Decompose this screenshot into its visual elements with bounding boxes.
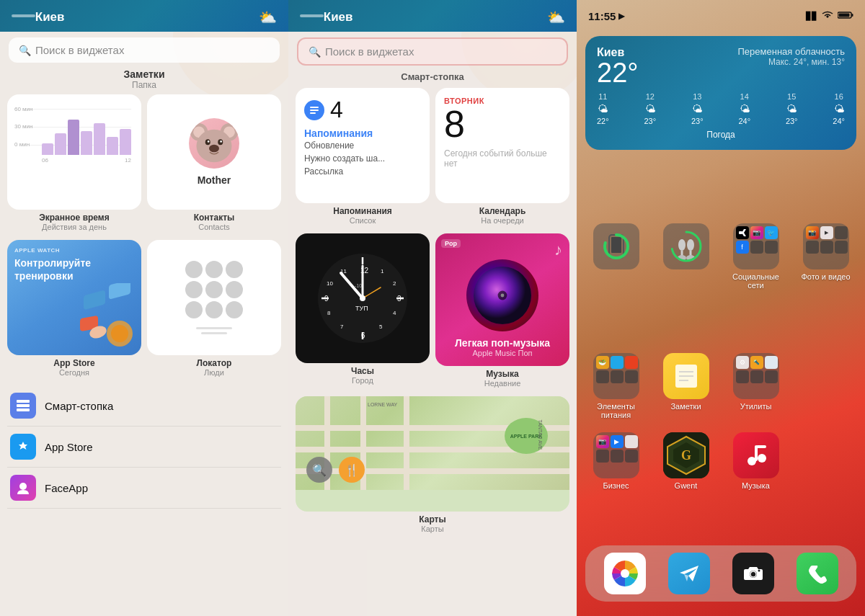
wifi-icon [822, 9, 833, 22]
svg-point-77 [621, 569, 629, 578]
svg-rect-18 [17, 409, 30, 411]
business-label: Бизнес [603, 481, 629, 490]
screentime-widget[interactable]: 60 мин 30 мин 0 мин [7, 94, 141, 234]
music-app-label: Музыка [742, 481, 770, 490]
search-icon-1: 🔍 [19, 45, 31, 56]
svg-text:4: 4 [393, 310, 396, 316]
app-item-notes[interactable]: Заметки [655, 353, 717, 419]
app-grid-row2: 🥗 Элементы питания Замет [585, 353, 856, 419]
widgets-grid-1: 60 мин 30 мин 0 мин [0, 94, 288, 380]
widget-list: Смарт-стопка App Store FaceApp [0, 385, 288, 509]
maps-widget[interactable]: APPLE PARK TANTAU AVE LORNE WAY 🔍 🍴 [296, 396, 569, 512]
app-item-business[interactable]: 📷 ▶ Бизнес [585, 432, 647, 490]
panel-3: 11:55 ▶ ▊▊ Ки [577, 0, 865, 616]
music-app-icon [733, 432, 779, 478]
app-item-food[interactable]: 🥗 Элементы питания [585, 353, 647, 419]
svg-text:ТУП: ТУП [355, 305, 368, 312]
location-icon: ▶ [618, 12, 624, 21]
rings-icon-2 [663, 223, 709, 269]
search-bar-2[interactable]: 🔍 Поиск в виджетах [297, 37, 568, 66]
map-background: APPLE PARK TANTAU AVE LORNE WAY 🔍 🍴 [296, 396, 569, 490]
appstore-widget[interactable]: APPLE WATCH Контролируйте тренировки [7, 240, 141, 380]
section-title-1: Заметки Папка [0, 68, 288, 90]
calendar-widget[interactable]: ВТОРНИК 8 Сегодня событий больше нет Кал… [435, 88, 569, 228]
signal-icon: ▊▊ [806, 12, 817, 21]
widget-gallery-1: Киев ⛅ 🔍 Поиск в виджетах Заметки Папка [0, 0, 288, 616]
app-item-rings1[interactable] [585, 223, 647, 290]
app-item-music[interactable]: Музыка [725, 432, 786, 490]
locator-widget[interactable]: Локатор Люди [147, 240, 281, 380]
chart-line-top [29, 109, 131, 110]
svg-text:2: 2 [393, 280, 396, 287]
appstore-list-label: App Store [45, 441, 93, 453]
smartstack-label: Смарт-стопка [45, 400, 113, 412]
status-icons: ▊▊ [806, 9, 853, 22]
svg-text:10: 10 [327, 280, 333, 287]
home-weather-widget[interactable]: Киев 22° Переменная облачность Макс. 24°… [585, 36, 856, 150]
svg-rect-16 [17, 400, 30, 403]
app-item-utilities[interactable]: ⚙ 🔦 Утилиты [725, 353, 786, 419]
svg-rect-53 [611, 237, 621, 253]
gallery-header-2: Киев ⛅ [288, 0, 577, 32]
svg-rect-21 [310, 110, 319, 111]
empty-slot-2 [795, 432, 856, 490]
phone-icon [797, 553, 838, 594]
reminders-widget[interactable]: 4 Напоминания Обновление Нужно создать ш… [296, 88, 430, 228]
app-item-photo-video[interactable]: 📸 ▶ Фото и видео [795, 223, 856, 290]
svg-point-48 [501, 294, 505, 298]
search-icon-2: 🔍 [309, 46, 321, 58]
city-label-1: Киев [35, 10, 65, 24]
search-placeholder-2: Поиск в виджетах [325, 45, 414, 58]
maps-widget-container[interactable]: APPLE PARK TANTAU AVE LORNE WAY 🔍 🍴 Карт… [288, 396, 577, 536]
contact-name: Mother [198, 174, 231, 186]
search-bar-1[interactable]: 🔍 Поиск в виджетах [9, 37, 280, 63]
svg-rect-51 [839, 14, 850, 17]
food-label: Элементы питания [585, 402, 647, 419]
dock-telegram[interactable] [668, 553, 710, 594]
svg-text:6: 6 [361, 331, 365, 339]
gallery-header-1: Киев ⛅ [0, 0, 288, 32]
telegram-icon [668, 553, 710, 594]
empty-slot-1 [795, 353, 856, 419]
svg-rect-10 [84, 290, 105, 310]
notes-app-icon [663, 353, 709, 399]
svg-point-72 [758, 454, 766, 463]
svg-text:9: 9 [324, 295, 329, 303]
contacts-widget[interactable]: Mother Контакты Contacts [147, 94, 281, 234]
svg-text:1: 1 [381, 268, 384, 274]
forecast-day-14: 14 🌤 24° [738, 92, 750, 125]
map-food-btn[interactable]: 🍴 [339, 457, 365, 483]
dock-photos[interactable] [604, 553, 646, 594]
svg-point-7 [208, 140, 210, 143]
app-item-gwent[interactable]: G Gwent [655, 432, 717, 490]
faceapp-label: FaceApp [45, 482, 88, 494]
svg-point-44 [360, 295, 365, 301]
rem-count: 4 [330, 97, 343, 123]
svg-rect-20 [310, 107, 319, 108]
widget-gallery-2: Киев ⛅ 🔍 Поиск в виджетах Смарт-стопка [288, 0, 577, 616]
gwent-label: Gwent [675, 481, 698, 490]
stack-grid: 4 Напоминания Обновление Нужно создать ш… [288, 88, 577, 390]
dock-phone[interactable] [797, 553, 838, 594]
map-search-btn[interactable]: 🔍 [306, 457, 332, 483]
list-item-smartstack[interactable]: Смарт-стопка [7, 385, 281, 427]
locator-dots [185, 261, 243, 318]
search-placeholder-1: Поиск в виджетах [35, 44, 124, 56]
music-widget[interactable]: ♪ Pop [435, 233, 569, 390]
app-item-rings2[interactable] [655, 223, 717, 290]
appstore-icon [10, 434, 36, 460]
app-item-social[interactable]: 📷 🐦 f Социальные сети [725, 223, 786, 290]
utilities-folder-icon: ⚙ 🔦 [733, 353, 779, 399]
weather-icon-1: ⛅ [259, 9, 277, 26]
photos-icon [604, 553, 646, 594]
svg-point-61 [672, 232, 701, 261]
svg-point-9 [209, 145, 219, 153]
clock-widget[interactable]: 12 3 6 9 1 2 4 5 7 8 10 11 -10 [296, 233, 430, 390]
list-item-faceapp[interactable]: FaceApp [7, 468, 281, 509]
svg-text:5: 5 [379, 323, 383, 330]
camera-icon [732, 553, 774, 594]
svg-rect-74 [756, 445, 766, 448]
dock-camera[interactable] [732, 553, 774, 594]
list-item-appstore[interactable]: App Store [7, 427, 281, 468]
svg-text:7: 7 [340, 323, 344, 330]
